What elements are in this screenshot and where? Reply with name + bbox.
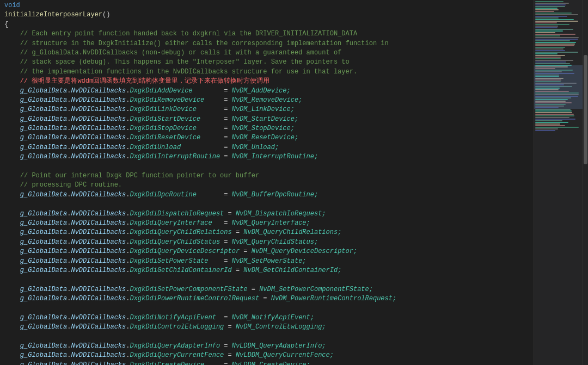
- minimap-line: [535, 16, 567, 17]
- code-line: g_GlobalData.NvDDICallbacks.DxgkDdiLinkD…: [2, 105, 529, 114]
- minimap-line: [535, 29, 573, 30]
- code-line: g_GlobalData.NvDDICallbacks.DxgkDdiSetPo…: [2, 285, 529, 294]
- minimap-line: [535, 117, 569, 118]
- minimap-line: [535, 58, 561, 59]
- minimap-line: [535, 47, 565, 48]
- minimap-line: [535, 60, 573, 61]
- minimap-line: [535, 14, 578, 15]
- code-line: // g_GlobalData.NvDDICallbacks (non-debu…: [2, 48, 529, 58]
- code-line: void: [2, 1, 529, 10]
- minimap-line: [535, 55, 565, 56]
- code-line: g_GlobalData.NvDDICallbacks.DxgkDdiAddDe…: [2, 86, 529, 96]
- minimap-line: [535, 17, 559, 18]
- minimap-line: [535, 1, 564, 2]
- code-line: [2, 332, 529, 342]
- minimap-line: [535, 122, 568, 123]
- code-line: // the implementation functions in the N…: [2, 67, 529, 77]
- code-line: {: [2, 20, 529, 29]
- code-line: [2, 200, 529, 209]
- code-line: [2, 275, 529, 284]
- minimap-line: [535, 11, 554, 12]
- minimap-line: [535, 114, 574, 115]
- minimap-line: [535, 30, 563, 32]
- code-line: g_GlobalData.NvDDICallbacks.DxgkDdiContr…: [2, 323, 529, 332]
- code-line: g_GlobalData.NvDDICallbacks.DxgkDdiCreat…: [2, 361, 529, 365]
- minimap-line: [535, 27, 558, 28]
- code-line: g_GlobalData.NvDDICallbacks.DxgkDdiStart…: [2, 115, 529, 124]
- code-line: // processing DPC routine.: [2, 181, 529, 190]
- minimap-content: [534, 0, 583, 365]
- minimap-line: [535, 26, 558, 27]
- code-line: g_GlobalData.NvDDICallbacks.DxgkDdiQuery…: [2, 228, 529, 237]
- minimap-line: [535, 22, 557, 23]
- code-line: // structure in the DxgkInitialize() eit…: [2, 39, 529, 48]
- minimap-line: [535, 53, 558, 54]
- code-line: g_GlobalData.NvDDICallbacks.DxgkDdiInter…: [2, 152, 529, 162]
- code-line: g_GlobalData.NvDDICallbacks.DxgkDdiDispa…: [2, 209, 529, 219]
- code-line: g_GlobalData.NvDDICallbacks.DxgkDdiQuery…: [2, 351, 529, 360]
- minimap-line: [535, 42, 576, 43]
- code-line: g_GlobalData.NvDDICallbacks.DxgkDdiQuery…: [2, 219, 529, 228]
- code-line: g_GlobalData.NvDDICallbacks.DxgkDdiDpcRo…: [2, 190, 529, 200]
- minimap-line: [535, 21, 578, 22]
- code-editor[interactable]: voidinitializeInterposerLayer(){ // Each…: [0, 0, 534, 365]
- minimap-line: [535, 3, 569, 4]
- minimap-line: [535, 37, 579, 38]
- code-line: g_GlobalData.NvDDICallbacks.DxgkDdiQuery…: [2, 342, 529, 351]
- minimap-line: [535, 119, 575, 120]
- code-line: g_GlobalData.NvDDICallbacks.DxgkDdiQuery…: [2, 238, 529, 247]
- code-line: g_GlobalData.NvDDICallbacks.DxgkDdiStopD…: [2, 124, 529, 133]
- code-line: // 很明显主要是将wddm回调函数填充到结构体变量里，记录下来在做转换时方便调…: [2, 77, 529, 86]
- minimap-line: [535, 34, 575, 35]
- minimap-line: [535, 115, 574, 116]
- minimap-line: [535, 50, 565, 51]
- minimap-line: [535, 40, 570, 41]
- vertical-scrollbar[interactable]: [583, 0, 588, 365]
- code-line: [2, 162, 529, 171]
- code-line: g_GlobalData.NvDDICallbacks.DxgkDdiQuery…: [2, 247, 529, 256]
- code-line: g_GlobalData.NvDDICallbacks.DxgkDdiPower…: [2, 294, 529, 304]
- code-lines: voidinitializeInterposerLayer(){ // Each…: [0, 1, 534, 365]
- minimap-line: [535, 24, 569, 25]
- code-line: [2, 304, 529, 313]
- code-line: initializeInterposerLayer(): [2, 10, 529, 20]
- minimap-line: [535, 8, 558, 9]
- minimap-line: [535, 128, 558, 129]
- minimap-viewport: [534, 65, 583, 109]
- minimap-line: [535, 125, 565, 126]
- code-line: g_GlobalData.NvDDICallbacks.DxgkDdiUnloa…: [2, 143, 529, 152]
- minimap-line: [535, 123, 560, 125]
- code-line: g_GlobalData.NvDDICallbacks.DxgkDdiNotif…: [2, 313, 529, 323]
- minimap-line: [535, 112, 572, 113]
- code-line: g_GlobalData.NvDDICallbacks.DxgkDdiSetPo…: [2, 257, 529, 266]
- code-line: // Each entry point function handed back…: [2, 29, 529, 39]
- minimap-line: [535, 61, 566, 63]
- minimap-line: [535, 127, 579, 128]
- code-line: // stack space (debug). This happens in …: [2, 58, 529, 67]
- code-line: // Point our internal Dxgk DPC function …: [2, 171, 529, 181]
- minimap-line: [535, 45, 574, 46]
- code-line: g_GlobalData.NvDDICallbacks.DxgkDdiReset…: [2, 133, 529, 143]
- minimap-line: [535, 52, 578, 53]
- minimap-line: [535, 110, 572, 112]
- minimap-line: [535, 130, 555, 131]
- minimap-line: [535, 19, 574, 20]
- minimap-line: [535, 109, 571, 110]
- minimap-line: [535, 39, 578, 40]
- minimap-line: [535, 6, 565, 7]
- minimap-line: [535, 13, 572, 14]
- minimap-line: [535, 35, 560, 36]
- minimap-line: [535, 44, 575, 45]
- code-line: g_GlobalData.NvDDICallbacks.DxgkDdiRemov…: [2, 96, 529, 105]
- minimap-line: [535, 9, 559, 10]
- minimap-line: [535, 63, 570, 64]
- scrollbar-thumb[interactable]: [584, 55, 587, 164]
- minimap-line: [535, 4, 566, 5]
- minimap-line: [535, 57, 561, 58]
- minimap: [534, 0, 583, 365]
- minimap-line: [535, 32, 555, 33]
- code-line: g_GlobalData.NvDDICallbacks.DxgkDdiGetCh…: [2, 266, 529, 275]
- minimap-line: [535, 120, 562, 121]
- minimap-line: [535, 48, 564, 50]
